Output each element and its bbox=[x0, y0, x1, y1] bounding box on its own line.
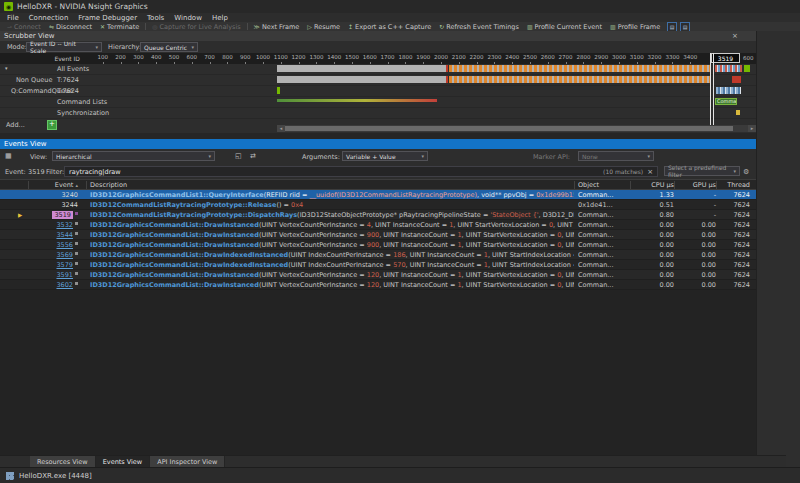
table-grid-icon[interactable]: ▦ bbox=[5, 152, 12, 160]
event-cpu-time: 0.00 bbox=[634, 260, 674, 270]
add-row-button[interactable]: + bbox=[47, 120, 57, 130]
timeline-segment-idle[interactable] bbox=[277, 76, 446, 83]
event-row[interactable]: 3569ID3D12GraphicsCommandList::DrawIndex… bbox=[0, 250, 756, 260]
refresh-event-timings-button[interactable]: ↻Refresh Event Timings bbox=[435, 22, 523, 31]
event-id-link[interactable]: 3579 bbox=[56, 261, 73, 269]
connect-button[interactable]: ⇀Connect bbox=[3, 22, 45, 31]
close-icon[interactable]: × bbox=[731, 32, 739, 40]
events-panel-title[interactable]: Events View bbox=[0, 139, 756, 149]
column-separator bbox=[630, 181, 631, 189]
event-row[interactable]: 3579ID3D12GraphicsCommandList::DrawIndex… bbox=[0, 260, 756, 270]
filter-input[interactable]: raytracing|draw (10 matches) × bbox=[64, 166, 658, 177]
menu-connection[interactable]: Connection bbox=[24, 14, 74, 22]
event-cpu-time: 0.00 bbox=[634, 220, 674, 230]
hierarchy-dropdown[interactable]: Queue Centric▾ bbox=[140, 42, 198, 52]
predefined-filter-dropdown[interactable]: Select a predefined filter▾ bbox=[664, 166, 740, 176]
profile-frame-button[interactable]: ▥Profile Frame bbox=[606, 22, 664, 31]
scroll-right-arrow-icon[interactable]: ▸ bbox=[748, 125, 756, 132]
event-row[interactable]: 3244ID3D12CommandListRaytracingPrototype… bbox=[0, 200, 756, 210]
event-row[interactable]: 3532ID3D12GraphicsCommandList::DrawInsta… bbox=[0, 220, 756, 230]
scrubber-row-command-queue[interactable]: Q:CommandQueue T:7624 bbox=[0, 86, 756, 97]
toolbar-option-icon-button-1[interactable]: ▤ bbox=[667, 22, 677, 32]
next-frame-icon: ≫ bbox=[254, 23, 260, 30]
event-row[interactable]: 3602ID3D12GraphicsCommandList::DrawInsta… bbox=[0, 280, 756, 290]
event-object: Comman... bbox=[578, 220, 634, 230]
export-cpp-capture-button[interactable]: ↥Export as C++ Capture bbox=[344, 22, 435, 31]
mode-dropdown[interactable]: Event ID -- Unit Scale▾ bbox=[26, 42, 102, 52]
hierarchy-label: Hierarchy: bbox=[108, 43, 141, 51]
column-header-thread[interactable]: Thread bbox=[718, 181, 750, 189]
event-badge-icon bbox=[75, 212, 78, 215]
row-marker bbox=[18, 250, 28, 260]
zoom-to-selection-icon[interactable]: ◱ bbox=[235, 152, 242, 160]
clear-filter-icon[interactable]: × bbox=[647, 168, 653, 176]
scrubber-row-command-lists[interactable]: Command Lists Comma... bbox=[0, 97, 756, 108]
event-badge-icon bbox=[75, 262, 78, 265]
event-row[interactable]: 3556ID3D12GraphicsCommandList::DrawInsta… bbox=[0, 240, 756, 250]
event-row[interactable]: 3591ID3D12GraphicsCommandList::DrawInsta… bbox=[0, 270, 756, 280]
scrubber-view-panel: Scrubber View × Mode: Event ID -- Unit S… bbox=[0, 31, 756, 133]
terminate-button[interactable]: ✕Terminate bbox=[96, 22, 143, 31]
current-event-marker-line[interactable] bbox=[710, 53, 714, 125]
event-row[interactable]: 3240ID3D12GraphicsCommandList1::QueryInt… bbox=[0, 190, 756, 200]
column-header-event[interactable]: Event ▴ bbox=[30, 181, 78, 189]
event-cpu-time: 0.00 bbox=[634, 240, 674, 250]
next-frame-button[interactable]: ≫Next Frame bbox=[250, 22, 304, 31]
capture-live-analysis-button[interactable]: ◎Capture for Live Analysis bbox=[148, 22, 244, 31]
timeline-segment-queue-work[interactable] bbox=[716, 87, 741, 94]
disconnect-button[interactable]: ⇋Disconnect bbox=[45, 22, 96, 31]
scrubber-row-non-queue[interactable]: Non Queue T:7624 bbox=[0, 75, 756, 86]
event-gpu-time: 0.00 bbox=[676, 240, 716, 250]
scrubber-row-synchronization[interactable]: Synchronization bbox=[0, 108, 756, 119]
view-label: View: bbox=[30, 153, 47, 161]
terminate-icon: ✕ bbox=[100, 23, 105, 30]
event-id-link[interactable]: 3602 bbox=[56, 281, 73, 289]
queue-group-label: Non Queue bbox=[16, 76, 52, 84]
column-header-object[interactable]: Object bbox=[578, 181, 599, 189]
timeline-segment-events[interactable] bbox=[449, 76, 710, 83]
timeline-segment-events[interactable] bbox=[449, 65, 710, 72]
event-row[interactable]: 3544ID3D12GraphicsCommandList::DrawInsta… bbox=[0, 230, 756, 240]
scrubber-horizontal-scrollbar[interactable]: ◂ ▸ bbox=[277, 125, 756, 132]
event-id-link[interactable]: 3544 bbox=[56, 231, 73, 239]
filter-input-value[interactable]: raytracing|draw bbox=[69, 168, 603, 176]
event-gpu-time: - bbox=[676, 190, 716, 200]
refresh-icon: ↻ bbox=[439, 23, 444, 30]
current-event-number: 3519 bbox=[28, 168, 45, 176]
menu-tools[interactable]: Tools bbox=[142, 14, 169, 22]
column-header-description[interactable]: Description bbox=[90, 181, 127, 189]
event-cpu-time: 0.00 bbox=[634, 270, 674, 280]
profile-current-event-button[interactable]: ▥Profile Current Event bbox=[523, 22, 606, 31]
timeline-segment-idle[interactable] bbox=[277, 65, 446, 72]
toolbar-option-icon-button-2[interactable]: ▤ bbox=[680, 22, 690, 32]
column-header-gpu[interactable]: GPU µs bbox=[676, 181, 716, 189]
event-id-link[interactable]: 3532 bbox=[56, 221, 73, 229]
view-dropdown[interactable]: Hierarchical▾ bbox=[52, 151, 215, 161]
command-list-block[interactable]: Comma... bbox=[715, 98, 737, 105]
resume-button[interactable]: ▷Resume bbox=[303, 22, 344, 31]
collapse-arrow-icon[interactable]: ▾ bbox=[5, 65, 8, 71]
right-dock-area bbox=[756, 31, 800, 467]
sync-selection-icon[interactable]: ⇄ bbox=[250, 152, 256, 160]
event-row[interactable]: ▶3519ID3D12CommandListRaytracingPrototyp… bbox=[0, 210, 756, 220]
event-id-link[interactable]: 3591 bbox=[56, 271, 73, 279]
scroll-left-arrow-icon[interactable]: ◂ bbox=[277, 125, 285, 132]
scrollbar-thumb[interactable] bbox=[285, 126, 733, 131]
timeline-segment-post[interactable] bbox=[715, 65, 742, 72]
marker-api-dropdown[interactable]: None▾ bbox=[578, 151, 654, 161]
menu-window[interactable]: Window bbox=[169, 14, 207, 22]
event-id-link[interactable]: 3569 bbox=[56, 251, 73, 259]
chevron-down-icon: ▾ bbox=[95, 44, 98, 50]
row-marker bbox=[18, 220, 28, 230]
menu-file[interactable]: File bbox=[2, 14, 24, 22]
column-header-cpu[interactable]: CPU µs bbox=[634, 181, 674, 189]
scrubber-panel-header: Scrubber View × bbox=[0, 31, 756, 41]
current-event-arrow-icon: ▶ bbox=[18, 210, 28, 220]
scrubber-row-all-events[interactable]: ▾ All Events bbox=[0, 64, 756, 75]
menu-frame-debugger[interactable]: Frame Debugger bbox=[73, 14, 142, 22]
event-id-link[interactable]: 3556 bbox=[56, 241, 73, 249]
menu-help[interactable]: Help bbox=[207, 14, 233, 22]
event-gpu-time: 0.00 bbox=[676, 250, 716, 260]
filter-settings-gear-icon[interactable]: ⚙ bbox=[743, 168, 749, 176]
arguments-dropdown[interactable]: Variable + Value▾ bbox=[342, 151, 428, 161]
